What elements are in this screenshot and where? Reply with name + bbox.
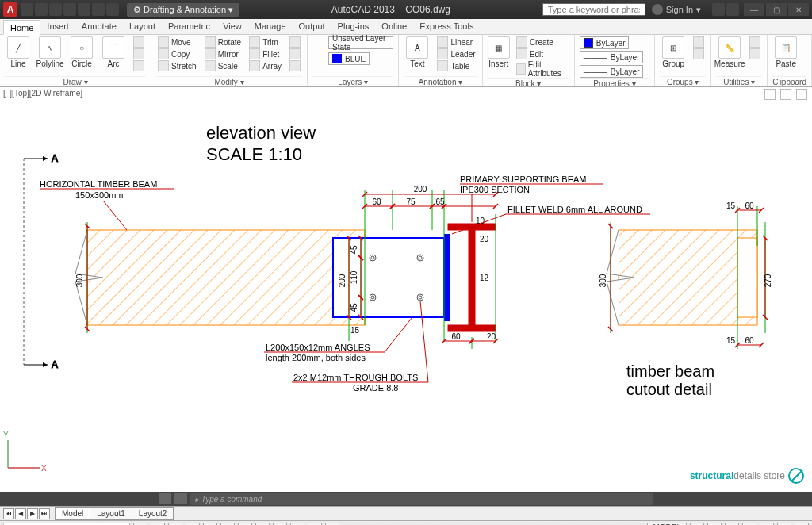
close-button[interactable]: ✕ — [788, 3, 809, 16]
linetype-combo[interactable]: ——— ByLayer — [580, 65, 644, 78]
qat-save-icon[interactable] — [49, 3, 62, 16]
grid-toggle[interactable] — [151, 523, 165, 526]
calc-button[interactable] — [748, 48, 762, 59]
tab-express[interactable]: Express Tools — [413, 19, 480, 34]
tab-insert[interactable]: Insert — [40, 19, 75, 34]
cmd-close-icon[interactable] — [159, 493, 171, 504]
clean-screen-icon[interactable] — [795, 523, 809, 526]
erase-button[interactable] — [288, 36, 302, 48]
minimize-button[interactable]: — — [744, 3, 764, 16]
sc-toggle[interactable] — [325, 523, 339, 526]
tab-first-icon[interactable]: ⏮ — [3, 508, 14, 519]
help-icon[interactable] — [726, 3, 739, 16]
layer-current-combo[interactable]: BLUE — [328, 52, 370, 65]
panel-layers-title[interactable]: Layers ▾ — [312, 76, 393, 86]
otrack-toggle[interactable] — [220, 523, 235, 526]
layer-props-icon[interactable] — [312, 36, 327, 51]
model-space-toggle[interactable]: MODEL — [647, 523, 687, 526]
help-search-input[interactable] — [542, 3, 645, 16]
workspace-selector[interactable]: ⚙ Drafting & Annotation ▾ — [127, 3, 239, 17]
text-button[interactable]: AText — [404, 36, 431, 68]
arc-button[interactable]: ⌒Arc — [100, 36, 127, 68]
tab-layout1[interactable]: Layout1 — [90, 507, 132, 520]
hardware-accel-icon[interactable] — [760, 523, 774, 526]
layer-tools-icon[interactable] — [312, 52, 327, 67]
tab-last-icon[interactable]: ⏭ — [39, 508, 50, 519]
workspace-icon[interactable] — [725, 523, 739, 526]
leader-button[interactable]: Leader — [435, 48, 477, 59]
stretch-button[interactable]: Stretch — [156, 60, 198, 71]
polar-toggle[interactable] — [186, 523, 200, 526]
editattr-button[interactable]: Edit Attributes — [515, 60, 569, 78]
tab-manage[interactable]: Manage — [248, 19, 293, 34]
lineweight-combo[interactable]: ——— ByLayer — [580, 51, 644, 63]
select-button[interactable] — [748, 36, 762, 48]
scale-button[interactable]: Scale — [203, 60, 243, 71]
insert-button[interactable]: ▦Insert — [488, 36, 510, 68]
qat-plot-icon[interactable] — [78, 3, 90, 16]
qat-saveas-icon[interactable] — [63, 3, 76, 16]
app-logo[interactable]: A — [3, 2, 17, 17]
explode-button[interactable] — [288, 48, 302, 59]
line-button[interactable]: ╱Line — [5, 36, 32, 68]
isolate-icon[interactable] — [777, 523, 791, 526]
qat-redo-icon[interactable] — [106, 3, 119, 16]
ortho-toggle[interactable] — [168, 523, 182, 526]
qp-toggle[interactable] — [308, 523, 322, 526]
tpy-toggle[interactable] — [290, 523, 304, 526]
tab-online[interactable]: Online — [375, 19, 413, 34]
command-input[interactable]: ▸ Type a command — [190, 493, 653, 505]
tab-plugins[interactable]: Plug-ins — [331, 19, 376, 34]
qat-undo-icon[interactable] — [92, 3, 105, 16]
signin-area[interactable]: Sign In ▾ — [652, 4, 701, 15]
fillet-button[interactable]: Fillet — [247, 48, 283, 59]
rect-button[interactable] — [132, 36, 146, 48]
panel-utilities-title[interactable]: Utilities ▾ — [716, 76, 762, 86]
tab-layout2[interactable]: Layout2 — [132, 507, 174, 520]
groupedit-button[interactable] — [691, 48, 706, 59]
move-button[interactable]: Move — [156, 36, 198, 48]
circle-button[interactable]: ○Circle — [68, 36, 95, 68]
ungroup-button[interactable] — [691, 36, 706, 48]
tab-next-icon[interactable]: ▶ — [27, 508, 38, 519]
qat-new-icon[interactable] — [21, 3, 33, 16]
tab-prev-icon[interactable]: ◀ — [15, 508, 26, 519]
group-button[interactable]: ⊞Group — [660, 36, 687, 68]
dyn-toggle[interactable] — [255, 523, 270, 526]
spline-button[interactable] — [132, 60, 146, 71]
array-button[interactable]: Array — [247, 60, 283, 71]
layer-state-combo[interactable]: Unsaved Layer State — [328, 36, 393, 49]
drawing-viewport[interactable]: [–][Top][2D Wireframe] elevation view SC… — [0, 87, 812, 492]
tab-parametric[interactable]: Parametric — [162, 19, 216, 34]
mirror-button[interactable]: Mirror — [203, 48, 243, 59]
osnap-toggle[interactable] — [203, 523, 217, 526]
trim-button[interactable]: Trim — [247, 36, 283, 48]
paste-button[interactable]: 📋Paste — [772, 36, 799, 68]
rotate-button[interactable]: Rotate — [203, 36, 243, 48]
edit-button[interactable]: Edit — [515, 48, 569, 59]
color-combo[interactable]: ByLayer — [580, 36, 630, 49]
tab-view[interactable]: View — [216, 19, 248, 34]
exchange-icon[interactable] — [712, 3, 725, 16]
lwt-toggle[interactable] — [273, 523, 287, 526]
copy-button[interactable]: Copy — [156, 48, 198, 59]
panel-draw-title[interactable]: Draw ▾ — [5, 76, 146, 86]
annoscale-icon[interactable] — [690, 523, 704, 526]
tab-model[interactable]: Model — [55, 507, 90, 520]
tab-output[interactable]: Output — [293, 19, 331, 34]
maximize-button[interactable]: ▢ — [766, 3, 787, 16]
panel-modify-title[interactable]: Modify ▾ — [156, 76, 302, 86]
table-button[interactable]: Table — [435, 60, 477, 71]
panel-clipboard-title[interactable]: Clipboard — [772, 76, 806, 86]
qat-open-icon[interactable] — [35, 3, 48, 16]
snap-toggle[interactable] — [133, 523, 147, 526]
hatch-button[interactable] — [132, 48, 146, 59]
polyline-button[interactable]: ∿Polyline — [36, 36, 63, 68]
panel-annotation-title[interactable]: Annotation ▾ — [404, 76, 477, 86]
measure-button[interactable]: 📏Measure — [716, 36, 743, 68]
lock-icon[interactable] — [742, 523, 756, 526]
tab-home[interactable]: Home — [3, 20, 40, 35]
offset-button[interactable] — [288, 60, 302, 71]
panel-groups-title[interactable]: Groups ▾ — [660, 76, 706, 86]
tab-layout[interactable]: Layout — [123, 19, 162, 34]
